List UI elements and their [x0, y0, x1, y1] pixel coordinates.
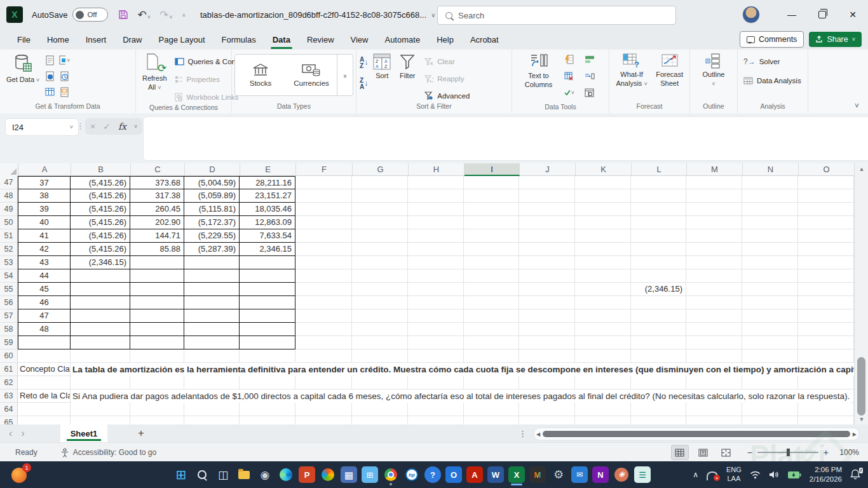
cell-E64[interactable] [240, 403, 295, 416]
cell-F52[interactable] [295, 243, 352, 256]
cell-E53[interactable] [240, 256, 295, 269]
cell-B53[interactable]: (2,346.15) [71, 256, 130, 269]
recent-sources-icon[interactable] [59, 71, 70, 81]
document-title[interactable]: tablas-de-amortizacion_809d6bff-c2f0-415… [200, 10, 435, 20]
row-header-57[interactable]: 57 [0, 309, 18, 323]
clear-filter-button[interactable]: Clear [424, 55, 470, 68]
search-input[interactable]: Search [437, 6, 676, 25]
cell-D65[interactable] [184, 416, 240, 424]
help-icon[interactable]: ? [424, 466, 441, 483]
cell-O59[interactable] [798, 336, 854, 349]
cell-C56[interactable] [130, 296, 184, 309]
prev-sheet-icon[interactable]: ‹ [0, 428, 21, 439]
cell-B55[interactable] [71, 283, 130, 296]
cell-A61[interactable]: Concepto Clave [18, 363, 71, 376]
cancel-entry-icon[interactable]: × [90, 121, 95, 132]
solver-button[interactable]: ?→ Solver [743, 55, 801, 68]
minimize-button[interactable]: — [776, 0, 807, 29]
row-header-54[interactable]: 54 [0, 269, 18, 283]
row-header-65[interactable]: 65 [0, 416, 18, 424]
cell-H52[interactable] [408, 243, 464, 256]
cell-M60[interactable] [686, 349, 742, 363]
cell-D60[interactable] [184, 349, 240, 363]
cell-G59[interactable] [352, 336, 408, 349]
cell-F51[interactable] [295, 229, 352, 243]
cell-H55[interactable] [408, 283, 464, 296]
cell-N58[interactable] [742, 323, 798, 336]
cell-H59[interactable] [408, 336, 464, 349]
cell-K65[interactable] [575, 416, 631, 424]
cell-B48[interactable]: (5,415.26) [71, 189, 130, 203]
forecast-sheet-button[interactable]: Forecast Sheet [653, 51, 686, 90]
cell-D59[interactable] [184, 336, 240, 349]
cell-M65[interactable] [686, 416, 742, 424]
cell-O54[interactable] [798, 269, 854, 283]
cell-G53[interactable] [352, 256, 408, 269]
cell-L57[interactable] [631, 309, 686, 323]
row-header-59[interactable]: 59 [0, 336, 18, 349]
collapse-ribbon-button[interactable]: ˅ [855, 102, 868, 113]
sort-descending-button[interactable]: ZA↓ [360, 78, 368, 90]
file-explorer-icon[interactable] [236, 466, 252, 483]
relationships-icon[interactable] [584, 55, 595, 64]
insert-function-icon[interactable]: fx [118, 121, 126, 132]
cell-E48[interactable]: 23,151.27 [240, 189, 295, 203]
notes-icon[interactable]: ☰ [634, 466, 651, 483]
cell-M59[interactable] [686, 336, 742, 349]
cell-N50[interactable] [742, 216, 798, 229]
column-header-K[interactable]: K [576, 163, 632, 176]
cell-D47[interactable]: (5,004.59) [184, 176, 240, 189]
cell-D57[interactable] [184, 309, 240, 323]
cell-E51[interactable]: 7,633.54 [240, 229, 295, 243]
cell-G54[interactable] [352, 269, 408, 283]
cell-N53[interactable] [742, 256, 798, 269]
cell-G48[interactable] [352, 189, 408, 203]
cell-A54[interactable]: 44 [18, 269, 71, 283]
customize-quick-access-button[interactable]: ⌅ [181, 12, 186, 18]
vertical-scrollbar[interactable]: ▲ ▼ [854, 163, 868, 424]
cell-H47[interactable] [408, 176, 464, 189]
cell-K48[interactable] [575, 189, 631, 203]
cell-N49[interactable] [742, 203, 798, 216]
zoom-slider[interactable] [757, 452, 818, 453]
powerpoint-icon[interactable]: P [299, 466, 315, 483]
battery-icon[interactable] [787, 471, 801, 479]
tab-view[interactable]: View [342, 29, 377, 50]
cell-A51[interactable]: 41 [18, 229, 71, 243]
cell-L59[interactable] [631, 336, 686, 349]
row-header-56[interactable]: 56 [0, 296, 18, 309]
language-indicator[interactable]: ENGLAA [726, 466, 742, 484]
cell-E57[interactable] [240, 309, 295, 323]
cell-M62[interactable] [686, 376, 742, 390]
row-header-55[interactable]: 55 [0, 283, 18, 296]
cell-I48[interactable] [464, 189, 519, 203]
cell-C52[interactable]: 85.88 [130, 243, 184, 256]
cell-O62[interactable] [798, 376, 854, 390]
cell-O52[interactable] [798, 243, 854, 256]
cell-N51[interactable] [742, 229, 798, 243]
cell-K64[interactable] [575, 403, 631, 416]
column-header-C[interactable]: C [131, 163, 185, 176]
text-to-columns-button[interactable]: Text to Columns [515, 51, 562, 92]
cell-O58[interactable] [798, 323, 854, 336]
cell-D58[interactable] [184, 323, 240, 336]
cell-L48[interactable] [631, 189, 686, 203]
cell-C64[interactable] [130, 403, 184, 416]
column-header-D[interactable]: D [185, 163, 240, 176]
stocks-button[interactable]: Stocks [235, 55, 286, 95]
cell-J57[interactable] [519, 309, 575, 323]
data-validation-icon[interactable]: ˅ [564, 88, 574, 97]
cell-C62[interactable] [130, 376, 184, 390]
column-header-N[interactable]: N [743, 163, 799, 176]
cell-D48[interactable]: (5,059.89) [184, 189, 240, 203]
cell-L55[interactable]: (2,346.15) [631, 283, 686, 296]
sheetbar-dots-icon[interactable]: ⋮ [519, 429, 527, 438]
cell-M57[interactable] [686, 309, 742, 323]
cell-G57[interactable] [352, 309, 408, 323]
cell-L58[interactable] [631, 323, 686, 336]
search-icon[interactable] [194, 466, 210, 483]
cell-G51[interactable] [352, 229, 408, 243]
cell-C50[interactable]: 202.90 [130, 216, 184, 229]
cell-B59[interactable] [71, 336, 130, 349]
cell-A56[interactable]: 46 [18, 296, 71, 309]
